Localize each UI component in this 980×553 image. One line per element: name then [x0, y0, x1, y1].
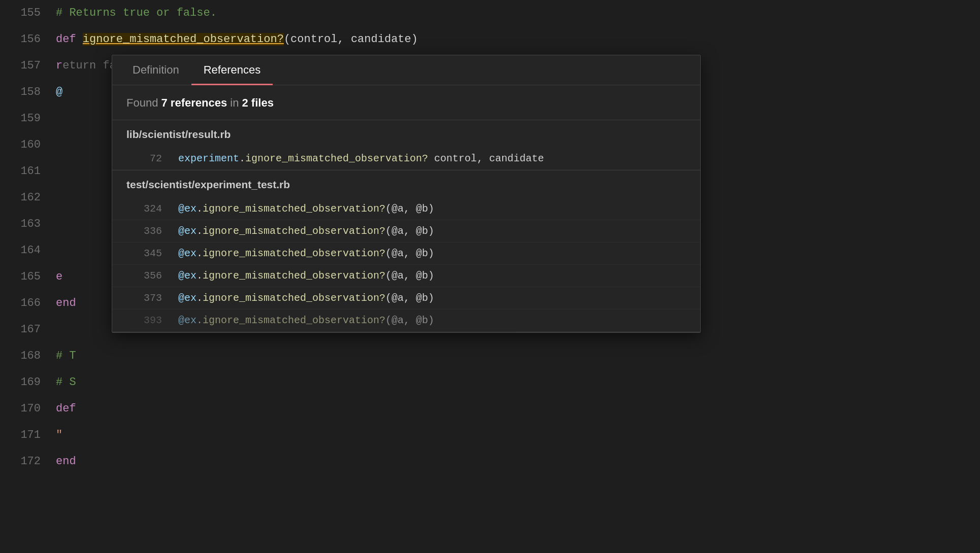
ref-line-num-345: 345	[126, 248, 162, 259]
line-num-168: 168	[0, 343, 56, 369]
summary-prefix: Found	[126, 96, 161, 109]
line-content-155: # Returns true or false.	[56, 0, 980, 26]
line-num-158: 158	[0, 79, 56, 106]
ref-entry-345[interactable]: 345 @ex.ignore_mismatched_observation?(@…	[112, 243, 700, 265]
file-group-result: lib/scientist/result.rb 72 experiment.ig…	[112, 120, 700, 170]
file-header-result: lib/scientist/result.rb	[112, 120, 700, 148]
line-num-159: 159	[0, 106, 56, 132]
line-num-156: 156	[0, 26, 56, 53]
ref-line-num-393: 393	[126, 315, 162, 326]
ref-entry-373[interactable]: 373 @ex.ignore_mismatched_observation?(@…	[112, 287, 700, 309]
line-num-164: 164	[0, 237, 56, 264]
references-summary: Found 7 references in 2 files	[112, 85, 700, 120]
ref-line-num-72: 72	[126, 153, 162, 164]
references-popup: Definition References Found 7 references…	[112, 55, 701, 333]
line-num-161: 161	[0, 158, 56, 185]
ref-code-345: @ex.ignore_mismatched_observation?(@a, @…	[178, 248, 434, 259]
line-num-167: 167	[0, 317, 56, 343]
ref-code-324: @ex.ignore_mismatched_observation?(@a, @…	[178, 203, 434, 215]
line-content-169: # S	[56, 369, 980, 396]
line-num-155: 155	[0, 0, 56, 26]
popup-tabs: Definition References	[112, 55, 700, 85]
line-num-170: 170	[0, 396, 56, 422]
code-line-156: 156 def ignore_mismatched_observation?(c…	[0, 26, 980, 53]
line-num-163: 163	[0, 211, 56, 237]
summary-count: 7 references	[161, 96, 227, 109]
tab-definition-label: Definition	[133, 63, 179, 76]
line-num-157: 157	[0, 53, 56, 79]
ref-entry-72[interactable]: 72 experiment.ignore_mismatched_observat…	[112, 148, 700, 170]
line-num-166: 166	[0, 290, 56, 317]
line-num-172: 172	[0, 448, 56, 475]
code-line-172: 172 end	[0, 448, 980, 475]
line-content-156: def ignore_mismatched_observation?(contr…	[56, 26, 980, 53]
line-content-170: def	[56, 396, 980, 422]
ref-code-336: @ex.ignore_mismatched_observation?(@a, @…	[178, 225, 434, 237]
file-name-test: test/scientist/experiment_test.rb	[126, 179, 290, 190]
ref-entry-393[interactable]: 393 @ex.ignore_mismatched_observation?(@…	[112, 309, 700, 332]
ref-code-373: @ex.ignore_mismatched_observation?(@a, @…	[178, 292, 434, 304]
line-num-165: 165	[0, 264, 56, 290]
ref-entry-324[interactable]: 324 @ex.ignore_mismatched_observation?(@…	[112, 198, 700, 220]
code-line-168: 168 # T	[0, 343, 980, 369]
file-name-result: lib/scientist/result.rb	[126, 128, 231, 140]
ref-line-num-356: 356	[126, 270, 162, 282]
code-line-171: 171 "	[0, 422, 980, 448]
tab-references[interactable]: References	[191, 55, 273, 85]
ref-line-num-324: 324	[126, 203, 162, 215]
ref-line-num-336: 336	[126, 225, 162, 237]
line-content-168: # T	[56, 343, 980, 369]
ref-entry-336[interactable]: 336 @ex.ignore_mismatched_observation?(@…	[112, 220, 700, 243]
ref-code-393: @ex.ignore_mismatched_observation?(@a, @…	[178, 315, 434, 326]
ref-line-num-373: 373	[126, 292, 162, 304]
line-num-171: 171	[0, 422, 56, 448]
ref-code-72: experiment.ignore_mismatched_observation…	[178, 153, 544, 164]
line-content-171: "	[56, 422, 980, 448]
code-line-155: 155 # Returns true or false.	[0, 0, 980, 26]
file-group-test: test/scientist/experiment_test.rb 324 @e…	[112, 170, 700, 332]
tab-definition[interactable]: Definition	[120, 55, 191, 85]
tab-references-label: References	[204, 63, 261, 76]
code-line-170: 170 def	[0, 396, 980, 422]
file-header-test: test/scientist/experiment_test.rb	[112, 170, 700, 198]
ref-entry-356[interactable]: 356 @ex.ignore_mismatched_observation?(@…	[112, 265, 700, 287]
line-num-160: 160	[0, 132, 56, 158]
summary-files: 2 files	[242, 96, 274, 109]
line-num-169: 169	[0, 369, 56, 396]
line-num-162: 162	[0, 185, 56, 211]
code-line-169: 169 # S	[0, 369, 980, 396]
line-content-172: end	[56, 448, 980, 475]
ref-code-356: @ex.ignore_mismatched_observation?(@a, @…	[178, 270, 434, 282]
summary-middle: in	[227, 96, 242, 109]
